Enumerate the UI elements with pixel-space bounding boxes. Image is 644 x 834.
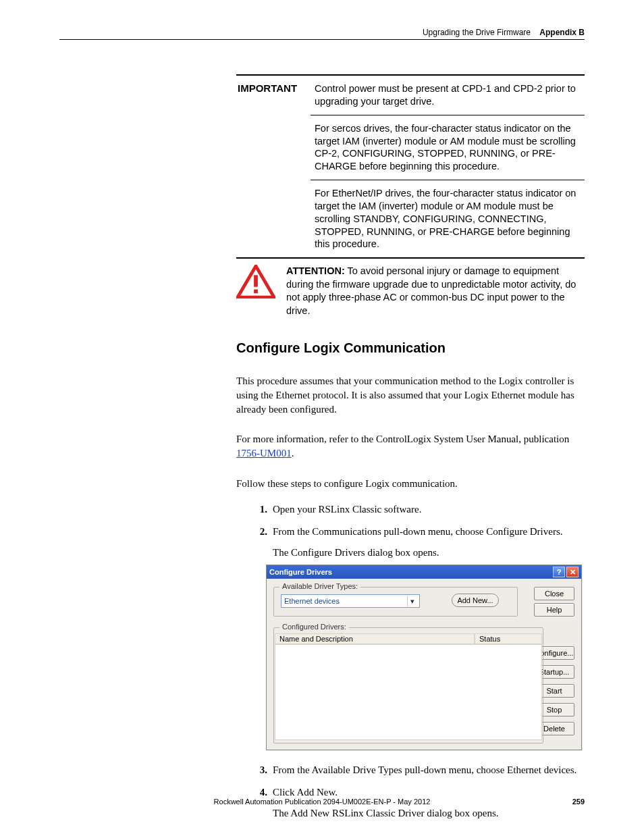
header-appendix: Appendix B [539,28,585,37]
step-item: 3. From the Available Drive Types pull-d… [255,763,585,777]
paragraph-text: . [292,448,294,459]
step-list: 1. Open your RSLinx Classic software. 2.… [255,502,585,568]
paragraph: This procedure assumes that your communi… [236,374,585,417]
configured-drivers-header: Name and Description Status [275,633,542,644]
step-number: 2. [255,525,273,560]
footer-publication: Rockwell Automation Publication 2094-UM0… [59,798,585,806]
step-text-line: From the Communications pull-down menu, … [273,526,563,537]
paragraph: Follow these steps to configure Logix co… [236,477,585,491]
step-subtext: The Add New RSLinx Classic Driver dialog… [273,806,585,820]
column-name-description: Name and Description [275,633,475,644]
page-header-text: Upgrading the Drive Firmware Appendix B [423,28,585,37]
step-text: Open your RSLinx Classic software. [273,502,585,517]
configured-drivers-list[interactable] [275,644,542,740]
step-number: 1. [255,502,273,517]
important-cell: For sercos drives, the four-character st… [311,115,585,180]
page: Upgrading the Drive Firmware Appendix B … [0,0,644,834]
step-list: 3. From the Available Drive Types pull-d… [255,763,585,829]
dialog-title: Configure Drivers [269,568,552,576]
svg-rect-2 [254,290,258,294]
svg-rect-1 [254,275,258,286]
important-label: IMPORTANT [236,76,311,257]
group-legend: Available Driver Types: [279,582,360,590]
step-subtext: The Configure Drivers dialog box opens. [273,546,585,560]
paragraph-text: For more information, refer to the Contr… [236,434,569,444]
page-header-rule: Upgrading the Drive Firmware Appendix B [59,39,585,40]
group-legend: Configured Drivers: [279,623,349,631]
warning-triangle-icon [236,265,275,298]
help-button[interactable]: Help [534,603,574,617]
important-cell: For EtherNet/IP drives, the four-charact… [311,180,585,257]
paragraph: For more information, refer to the Contr… [236,432,585,461]
page-footer: Rockwell Automation Publication 2094-UM0… [59,798,585,806]
attention-label: ATTENTION: [286,265,345,276]
chevron-down-icon: ▾ [407,596,417,606]
section-heading: Configure Logix Communication [236,340,446,356]
driver-type-dropdown[interactable]: Ethernet devices ▾ [281,594,420,608]
step-text: From the Communications pull-down menu, … [273,525,585,560]
important-cell: Control power must be present at CPD-1 a… [311,76,585,115]
important-block: IMPORTANT Control power must be present … [236,74,585,259]
header-section-title: Upgrading the Drive Firmware [423,28,531,37]
step-item: 2. From the Communications pull-down men… [255,525,585,560]
configure-drivers-dialog: Configure Drivers ? ✕ Available Driver T… [266,565,582,750]
column-status: Status [475,633,542,644]
dropdown-value: Ethernet devices [284,597,407,605]
dialog-titlebar: Configure Drivers ? ✕ [267,565,581,579]
attention-text: ATTENTION: To avoid personal injury or d… [286,265,585,317]
add-new-button[interactable]: Add New... [452,594,499,607]
dialog-close-button[interactable]: ✕ [566,567,579,577]
step-item: 1. Open your RSLinx Classic software. [255,502,585,517]
step-number: 3. [255,763,273,777]
dialog-help-button[interactable]: ? [553,567,565,577]
close-button[interactable]: Close [534,587,574,600]
attention-block: ATTENTION: To avoid personal injury or d… [236,265,585,317]
publication-link[interactable]: 1756-UM001 [236,448,292,459]
configured-drivers-group: Configured Drivers: Name and Description… [273,627,543,744]
step-text: From the Available Drive Types pull-down… [273,763,585,777]
step-text-line: Click Add New. [273,787,338,798]
